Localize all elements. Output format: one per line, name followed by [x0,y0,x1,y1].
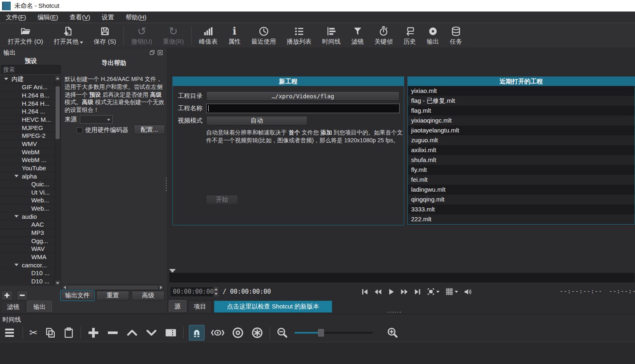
preset-tree-item[interactable]: MPEG-2 [0,132,61,140]
preset-tree-item[interactable]: audio [0,213,61,221]
expander-icon[interactable] [14,215,19,218]
preset-tree-item[interactable]: 内建 [0,75,61,83]
jobs-button[interactable]: 任务 [444,24,468,47]
rewind-button[interactable] [374,288,382,296]
preset-tree-item[interactable]: Web... [0,204,61,213]
tab-filters[interactable]: 滤镜 [1,301,26,312]
preset-tree-item[interactable]: H.264 ... [0,108,61,116]
recent-project-item[interactable]: yixiao.mlt [408,86,635,96]
scrub-button[interactable] [210,327,226,339]
append-button[interactable] [86,326,100,340]
timeline-tracks-area[interactable] [0,342,635,364]
preset-tree-vscrollbar[interactable] [55,75,60,286]
paste-button[interactable] [62,326,75,339]
filters-button[interactable]: 滤镜 [346,24,369,47]
close-dock-icon[interactable] [157,50,163,56]
hscroll-thumb[interactable] [67,285,158,290]
open-other-button[interactable]: 打开其他 [49,24,88,47]
grid-button[interactable] [445,287,458,296]
zoom-out-button[interactable] [275,326,289,340]
recent-project-item[interactable]: 222.mlt [408,214,635,224]
configure-button[interactable]: 配置... [134,125,165,134]
preset-tree-item[interactable]: MJPEG [0,124,61,132]
recent-project-item[interactable]: shufa.mlt [408,155,635,165]
project-name-input[interactable] [206,104,400,113]
tab-source[interactable]: 源 [169,300,186,312]
history-button[interactable]: 历史 [398,24,421,47]
preset-tree-item[interactable]: WebM [0,148,61,156]
add-preset-button[interactable] [1,290,13,300]
recent-project-item[interactable]: ladingwu.mlt [408,185,635,195]
preset-tree-item[interactable]: Quic... [0,180,61,188]
preset-tree-item[interactable]: HEVC M... [0,116,61,124]
snap-button[interactable] [189,325,205,341]
preset-tree-item[interactable]: WAV [0,245,61,253]
playlist-button[interactable]: 播放列表 [281,24,317,47]
preset-tree-item[interactable]: MP3 [0,229,61,237]
preset-tree-item[interactable]: D10 ... [0,277,61,285]
preset-tree-item[interactable]: WMV [0,140,61,148]
menu-settings[interactable]: 设置 [96,12,120,23]
preset-tree-item[interactable]: WMA [0,253,61,261]
lift-button[interactable] [125,326,139,340]
spin-down-icon[interactable] [214,292,218,297]
tab-export[interactable]: 输出 [27,301,52,312]
reset-button[interactable]: 重置 [96,291,129,300]
expander-icon[interactable] [14,175,19,177]
playhead-icon[interactable] [169,269,176,273]
play-button[interactable] [387,288,395,296]
preset-tree-item[interactable]: camcor... [0,261,61,269]
recent-project-item[interactable]: flag - 已修复.mlt [408,96,635,106]
vscroll-thumb[interactable] [56,86,60,139]
split-button[interactable] [164,327,178,339]
video-mode-button[interactable]: 自动 [206,116,307,125]
save-button[interactable]: 保存 (S) [88,24,121,47]
menu-edit[interactable]: 编辑(E) [32,12,64,23]
ripple-delete-button[interactable] [106,326,120,340]
preset-tree-item[interactable]: H.264 H... [0,100,61,108]
recent-button[interactable]: 最近使用 [246,24,281,47]
preset-search-input[interactable] [1,65,61,74]
open-file-button[interactable]: 打开文件 (O) [2,24,49,47]
preset-tree-item[interactable]: Ogg... [0,237,61,245]
expander-icon[interactable] [4,78,8,80]
export-button[interactable]: 输出 [421,24,444,47]
menu-help[interactable]: 帮助(H) [120,12,152,23]
preset-tree-item[interactable]: YouTube [0,164,61,172]
zoom-in-button[interactable] [386,326,400,340]
copy-button[interactable] [44,326,57,339]
update-notice-button[interactable]: 点击这里以检查 Shotcut 的新版本 [214,301,332,313]
recent-project-item[interactable]: fei.mlt [408,175,635,185]
advanced-button[interactable]: 高级 [132,291,165,300]
recent-project-item[interactable]: flag.mlt [408,106,635,116]
bottom-splitter-handle[interactable] [388,312,401,313]
skip-to-end-button[interactable] [414,288,421,296]
splitter-handle[interactable] [166,178,167,191]
recent-project-item[interactable]: fly.mlt [408,165,635,175]
float-dock-icon[interactable] [149,50,155,56]
redo-button[interactable]: ↻ 重做(R) [158,24,189,47]
start-button[interactable]: 开始 [206,195,238,204]
fast-forward-button[interactable] [400,288,409,296]
ripple-all-button[interactable] [250,326,264,340]
preset-tree-item[interactable]: alpha [0,172,61,181]
spin-up-icon[interactable] [214,287,218,292]
slider-handle[interactable] [318,329,324,336]
undo-button[interactable]: ↺ 撤销(U) [126,24,158,47]
timeline-zoom-slider[interactable] [295,329,373,336]
ripple-button[interactable] [231,326,245,340]
position-spinbox[interactable]: 00:00:00:00 [170,287,219,297]
timeline-button[interactable]: 时间线 [317,24,346,47]
recent-project-item[interactable]: 3333.mlt [408,204,635,214]
tab-project[interactable]: 项目 [188,300,212,312]
skip-to-start-button[interactable] [361,288,369,296]
preset-tree-item[interactable]: Web... [0,197,61,205]
keyframes-button[interactable]: 关键侦 [369,24,398,47]
recent-project-item[interactable]: qingqing.mlt [408,195,635,204]
horizontal-scrollbar[interactable] [62,285,164,290]
preset-tree-item[interactable]: GIF Ani... [0,83,61,92]
peak-meter-button[interactable]: 峰值表 [194,24,223,47]
remove-preset-button[interactable] [16,290,28,300]
preset-tree-item[interactable]: WebM ... [0,156,61,164]
volume-button[interactable] [463,287,473,296]
